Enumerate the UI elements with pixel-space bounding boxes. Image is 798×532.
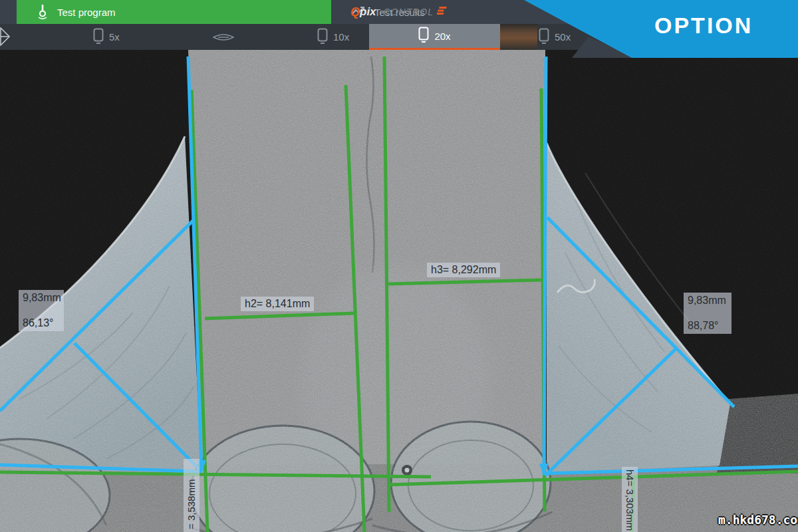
- logo-control: CONTROL: [384, 7, 434, 17]
- lens-crosshair-icon[interactable]: [213, 33, 234, 45]
- h4-measurement-label-wrap: h4= 3,303mm: [622, 467, 638, 532]
- zoom-option-10x-label: 10x: [333, 31, 349, 43]
- logo-q: Q: [350, 5, 359, 19]
- h1-measurement-label-wrap: = 3,538mm: [184, 459, 200, 532]
- collapse-arrow-icon[interactable]: [0, 27, 11, 49]
- h2-measurement-label: h2= 8,141mm: [241, 297, 314, 311]
- logo-pix: pix: [360, 5, 376, 19]
- zoom-option-5x-label: 5x: [109, 31, 120, 43]
- right-length-value: 9,83mm: [688, 295, 728, 307]
- h4-measurement-label: h4= 3,303mm: [622, 467, 638, 532]
- h1-measurement-label: = 3,538mm: [184, 459, 200, 532]
- logo-e-icon: [437, 6, 448, 18]
- zoom-option-5x[interactable]: 5x: [93, 24, 120, 50]
- lens-icon: [93, 28, 104, 47]
- lens-icon: [418, 27, 429, 45]
- option-banner[interactable]: OPTION: [654, 13, 753, 39]
- left-angle-value: 86,13°: [23, 317, 60, 329]
- watermark-text: m.hkd678.com: [718, 513, 798, 527]
- thermometer-icon: [37, 3, 49, 21]
- h3-measurement-label: h3= 8,292mm: [427, 263, 500, 277]
- left-length-value: 9,83mm: [23, 292, 60, 304]
- left-measurement-label: 9,83mm 86,13°: [19, 290, 64, 331]
- right-angle-value: 88,78°: [688, 320, 728, 332]
- lens-icon: [317, 28, 328, 47]
- specimen-viewer[interactable]: [0, 50, 798, 532]
- qpix-control-app: 9,83mm 86,13° h2= 8,141mm h3= 8,292mm 9,…: [0, 0, 798, 532]
- app-logo: Qpix CONTROL: [350, 0, 448, 24]
- zoom-option-10x[interactable]: 10x: [317, 24, 349, 50]
- zoom-option-20x[interactable]: 20x: [369, 24, 500, 50]
- tab-test-program[interactable]: Test program: [17, 0, 331, 24]
- option-banner-shape: [505, 0, 798, 61]
- right-measurement-label: 9,83mm 88,78°: [684, 293, 732, 334]
- tab-test-program-label: Test program: [57, 7, 116, 18]
- zoom-option-20x-label: 20x: [434, 31, 450, 42]
